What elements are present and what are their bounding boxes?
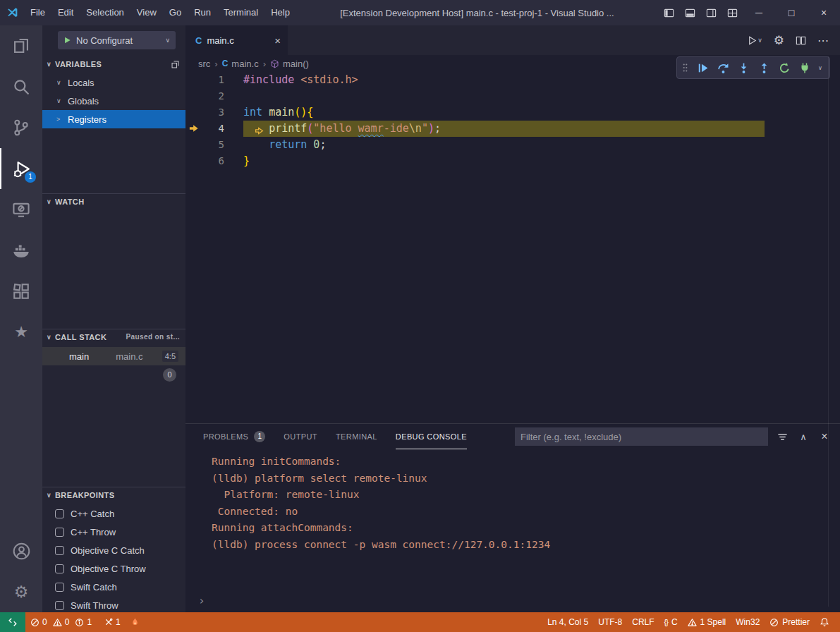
breakpoint-gutter[interactable] — [185, 88, 212, 104]
restart-icon[interactable] — [777, 59, 791, 76]
step-into-icon[interactable] — [737, 59, 751, 76]
more-actions-icon[interactable]: ⋯ — [817, 34, 829, 47]
menu-edit[interactable]: Edit — [51, 0, 80, 25]
tab-main-c[interactable]: C main.c × — [185, 25, 288, 55]
menu-run[interactable]: Run — [188, 0, 217, 25]
disconnect-icon[interactable] — [798, 59, 812, 76]
copy-icon[interactable] — [171, 60, 180, 69]
breadcrumb-symbol[interactable]: main() — [270, 59, 309, 69]
console-filter-input[interactable] — [515, 427, 768, 446]
filter-list-icon[interactable] — [775, 430, 789, 444]
breakpoint-gutter[interactable] — [185, 137, 212, 153]
formatter-status[interactable]: Prettier — [765, 612, 815, 632]
tab-close-icon[interactable]: × — [274, 35, 281, 47]
code-editor[interactable]: 1 #include <stdio.h> 2 3 int main(){ 4 p… — [185, 72, 840, 423]
spell-checker-status[interactable]: 1 Spell — [683, 612, 731, 632]
tab-debug-console[interactable]: DEBUG CONSOLE — [396, 425, 467, 449]
debug-stackframe-gutter[interactable] — [185, 121, 212, 137]
remote-explorer-icon[interactable] — [0, 189, 42, 230]
minimize-button[interactable]: ─ — [743, 0, 775, 25]
notifications-bell-icon[interactable] — [815, 612, 834, 632]
code-text[interactable]: #include <stdio.h> — [243, 72, 358, 88]
toggle-secondary-sidebar-icon[interactable] — [700, 0, 722, 25]
breakpoint-checkbox[interactable] — [55, 528, 64, 537]
extensions-icon[interactable] — [0, 271, 42, 312]
call-stack-section-header[interactable]: ∨ CALL STACK Paused on st... — [42, 329, 185, 344]
encoding-indicator[interactable]: UTF-8 — [593, 612, 627, 632]
menu-selection[interactable]: Selection — [80, 0, 130, 25]
eol-indicator[interactable]: CRLF — [627, 612, 659, 632]
debug-target-status[interactable] — [126, 612, 145, 632]
tools-status[interactable]: 1 — [99, 612, 126, 632]
tab-terminal[interactable]: TERMINAL — [336, 425, 377, 449]
cursor-position[interactable]: Ln 4, Col 5 — [542, 612, 593, 632]
settings-gear-icon[interactable]: ⚙ — [0, 571, 42, 612]
breakpoint-checkbox[interactable] — [55, 583, 64, 592]
continue-icon[interactable] — [696, 59, 710, 76]
breakpoint-checkbox[interactable] — [55, 546, 64, 555]
platform-indicator[interactable]: Win32 — [731, 612, 765, 632]
toggle-sidebar-icon[interactable] — [658, 0, 679, 25]
breakpoint-gutter[interactable] — [185, 153, 212, 169]
customize-layout-icon[interactable] — [722, 0, 743, 25]
step-over-icon[interactable] — [717, 59, 731, 76]
menu-help[interactable]: Help — [264, 0, 296, 25]
close-panel-icon[interactable]: × — [817, 430, 832, 444]
maximize-panel-icon[interactable]: ∧ — [796, 430, 810, 444]
menu-view[interactable]: View — [130, 0, 163, 25]
breakpoint-row[interactable]: C++ Throw — [42, 523, 185, 541]
remote-indicator[interactable] — [0, 612, 25, 632]
breadcrumb-file[interactable]: C main.c — [222, 59, 259, 69]
breakpoint-gutter[interactable] — [185, 104, 212, 121]
tab-problems[interactable]: PROBLEMS 1 — [203, 425, 265, 449]
explorer-icon[interactable] — [0, 25, 42, 66]
scrollbar[interactable] — [828, 56, 829, 607]
run-file-icon[interactable]: ∨ — [747, 35, 762, 46]
language-mode[interactable]: {} C — [659, 612, 683, 632]
tab-output[interactable]: OUTPUT — [284, 425, 317, 449]
docker-icon[interactable] — [0, 230, 42, 271]
code-text[interactable]: int main(){ — [243, 104, 313, 121]
star-icon[interactable]: ★ — [0, 312, 42, 353]
menu-terminal[interactable]: Terminal — [217, 0, 264, 25]
close-button[interactable]: × — [808, 0, 840, 25]
variables-item-registers[interactable]: > Registers — [42, 110, 185, 128]
breakpoint-row[interactable]: C++ Catch — [42, 504, 185, 523]
variables-item-locals[interactable]: ∨ Locals — [42, 73, 185, 92]
breakpoint-row[interactable]: Swift Catch — [42, 578, 185, 596]
variables-section-header[interactable]: ∨ VARIABLES — [42, 56, 185, 72]
debug-toolbar[interactable]: ∨ — [676, 56, 830, 79]
code-text[interactable]: return 0; — [243, 137, 326, 153]
breakpoint-row[interactable]: Objective C Throw — [42, 559, 185, 578]
menu-go[interactable]: Go — [163, 0, 188, 25]
variables-item-globals[interactable]: ∨ Globals — [42, 92, 185, 110]
toolbar-grip-icon[interactable] — [681, 59, 690, 76]
breadcrumb-folder[interactable]: src — [198, 59, 210, 69]
breakpoint-checkbox[interactable] — [55, 601, 64, 610]
breakpoint-checkbox[interactable] — [55, 509, 64, 518]
console-input-prompt-icon[interactable]: › — [198, 595, 205, 607]
breakpoint-row[interactable]: Objective C Catch — [42, 541, 185, 559]
line-number[interactable]: 4 — [212, 121, 224, 137]
code-text[interactable]: } — [243, 153, 250, 169]
watch-section-header[interactable]: ∨ WATCH — [42, 193, 185, 209]
split-editor-icon[interactable] — [796, 35, 806, 46]
menu-file[interactable]: File — [24, 0, 51, 25]
maximize-button[interactable]: □ — [775, 0, 808, 25]
source-control-icon[interactable] — [0, 107, 42, 148]
line-number[interactable]: 5 — [212, 137, 224, 153]
step-out-icon[interactable] — [757, 59, 772, 76]
breakpoint-checkbox[interactable] — [55, 564, 64, 573]
inline-breakpoint-icon[interactable] — [255, 124, 264, 133]
line-number[interactable]: 3 — [212, 104, 224, 121]
stack-frame-row[interactable]: main main.c 4:5 — [42, 347, 185, 365]
line-number[interactable]: 6 — [212, 153, 224, 169]
breakpoint-gutter[interactable] — [185, 72, 212, 88]
toggle-panel-icon[interactable] — [679, 0, 700, 25]
launch-config-dropdown[interactable]: No Configurat ∨ — [58, 31, 176, 49]
problems-status[interactable]: 0 0 1 — [25, 612, 99, 632]
line-number[interactable]: 1 — [212, 72, 224, 88]
breakpoints-section-header[interactable]: ∨ BREAKPOINTS — [42, 487, 185, 502]
chevron-down-icon[interactable]: ∨ — [818, 65, 825, 71]
search-icon[interactable] — [0, 66, 42, 107]
